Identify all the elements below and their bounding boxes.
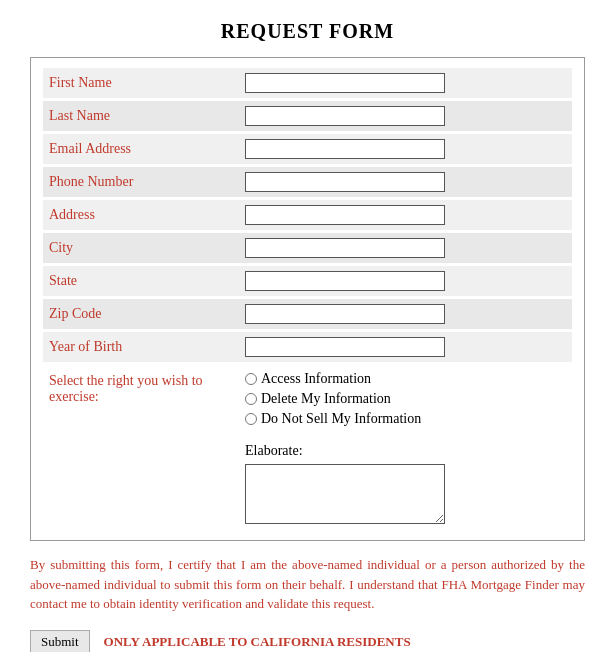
input-first-name[interactable] [245, 73, 445, 93]
label-first-name: First Name [45, 75, 245, 91]
input-state[interactable] [245, 271, 445, 291]
access-info-label: Access Information [261, 371, 371, 387]
label-city: City [45, 240, 245, 256]
only-label: ONLY APPLICABLE TO CALIFORNIA RESIDENTS [104, 634, 411, 650]
disclaimer-text: By submitting this form, I certify that … [30, 555, 585, 614]
elaborate-row: Elaborate: [43, 437, 572, 530]
input-email-address[interactable] [245, 139, 445, 159]
do-not-sell-label: Do Not Sell My Information [261, 411, 421, 427]
radio-delete-info[interactable] [245, 393, 257, 405]
field-row-email-address: Email Address [43, 134, 572, 164]
label-last-name: Last Name [45, 108, 245, 124]
field-row-first-name: First Name [43, 68, 572, 98]
delete-info-label: Delete My Information [261, 391, 391, 407]
elaborate-label: Elaborate: [245, 443, 570, 459]
request-form: First NameLast NameEmail AddressPhone Nu… [30, 57, 585, 541]
field-row-city: City [43, 233, 572, 263]
field-row-year-of-birth: Year of Birth [43, 332, 572, 362]
label-zip-code: Zip Code [45, 306, 245, 322]
input-address[interactable] [245, 205, 445, 225]
field-row-last-name: Last Name [43, 101, 572, 131]
option-do-not-sell[interactable]: Do Not Sell My Information [245, 411, 421, 427]
page-title: REQUEST FORM [30, 20, 585, 43]
label-address: Address [45, 207, 245, 223]
field-row-state: State [43, 266, 572, 296]
rights-label: Select the right you wish to exercise: [45, 371, 245, 405]
input-city[interactable] [245, 238, 445, 258]
footer-row: Submit ONLY APPLICABLE TO CALIFORNIA RES… [30, 630, 585, 653]
input-phone-number[interactable] [245, 172, 445, 192]
option-access-info[interactable]: Access Information [245, 371, 421, 387]
field-row-zip-code: Zip Code [43, 299, 572, 329]
field-row-phone-number: Phone Number [43, 167, 572, 197]
submit-button[interactable]: Submit [30, 630, 90, 653]
input-last-name[interactable] [245, 106, 445, 126]
field-row-address: Address [43, 200, 572, 230]
option-delete-info[interactable]: Delete My Information [245, 391, 421, 407]
label-state: State [45, 273, 245, 289]
rights-row: Select the right you wish to exercise: A… [43, 365, 572, 433]
radio-access-info[interactable] [245, 373, 257, 385]
input-year-of-birth[interactable] [245, 337, 445, 357]
label-email-address: Email Address [45, 141, 245, 157]
label-phone-number: Phone Number [45, 174, 245, 190]
radio-do-not-sell[interactable] [245, 413, 257, 425]
rights-options: Access Information Delete My Information… [245, 371, 421, 427]
label-year-of-birth: Year of Birth [45, 339, 245, 355]
elaborate-textarea[interactable] [245, 464, 445, 524]
input-zip-code[interactable] [245, 304, 445, 324]
